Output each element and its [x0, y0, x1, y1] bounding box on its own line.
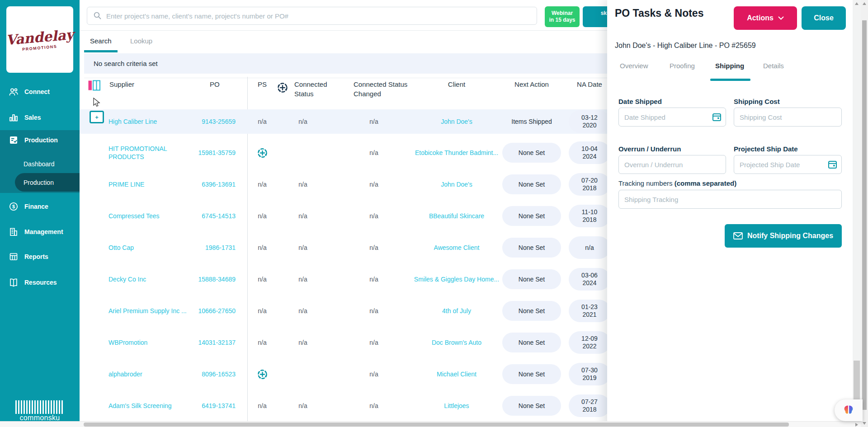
- next-action-pill[interactable]: None Set: [502, 143, 561, 163]
- tab-proofing[interactable]: Proofing: [670, 62, 695, 70]
- supplier-link[interactable]: Decky Co Inc: [108, 275, 146, 283]
- assistant-brain-button[interactable]: [835, 399, 863, 421]
- table-row[interactable]: WBPromotion 14031-32137 n/a n/a n/a Doc …: [80, 331, 607, 354]
- scroll-up-icon[interactable]: [863, 2, 866, 5]
- sidebar-item-sales[interactable]: Sales: [0, 110, 80, 125]
- actions-button[interactable]: Actions: [734, 6, 797, 30]
- client-link[interactable]: Etobicoke Thunder Badmint...: [415, 149, 498, 157]
- scroll-up-icon[interactable]: [855, 2, 859, 5]
- next-action-pill[interactable]: None Set: [502, 206, 561, 226]
- supplier-link[interactable]: PRIME LINE: [108, 180, 144, 188]
- po-link[interactable]: 6419-13741: [202, 402, 236, 410]
- connected-status-icon[interactable]: [257, 147, 268, 159]
- close-button[interactable]: Close: [802, 6, 846, 30]
- client-link[interactable]: Doc Brown's Auto: [432, 338, 481, 347]
- tab-shipping[interactable]: Shipping: [715, 62, 744, 70]
- header-ps[interactable]: PS: [249, 80, 275, 89]
- sidebar-subitem-dashboard[interactable]: Dashboard: [24, 157, 55, 171]
- sidebar-item-label: Production: [24, 136, 58, 144]
- po-link[interactable]: 8096-16523: [202, 370, 236, 378]
- supplier-link[interactable]: Ariel Premium Supply Inc ...: [108, 307, 187, 315]
- po-link[interactable]: 9143-25659: [202, 117, 236, 126]
- calendar-icon[interactable]: [828, 160, 837, 169]
- header-client[interactable]: Client: [411, 80, 502, 89]
- tracking-input[interactable]: [618, 190, 842, 209]
- table-row[interactable]: Otto Cap 1986-1731 n/a n/a n/a Awesome C…: [80, 236, 607, 259]
- supplier-link[interactable]: alphabroder: [108, 370, 142, 378]
- client-link[interactable]: BBeautiful Skincare: [429, 212, 484, 220]
- supplier-link[interactable]: High Caliber Line: [108, 117, 157, 126]
- header-po[interactable]: PO: [210, 80, 220, 89]
- po-link[interactable]: 15981-35759: [198, 149, 236, 157]
- header-connected-status-changed[interactable]: Connected Status Changed: [354, 80, 407, 99]
- client-link[interactable]: Michael Client: [437, 370, 476, 378]
- date-shipped-input[interactable]: [618, 108, 726, 127]
- notify-shipping-changes-button[interactable]: Notify Shipping Changes: [725, 224, 842, 248]
- po-link[interactable]: 15888-34689: [198, 275, 236, 283]
- table-row[interactable]: Decky Co Inc 15888-34689 n/a n/a n/a Smi…: [80, 267, 607, 291]
- page-scrollbar[interactable]: [861, 0, 868, 427]
- shipping-cost-input[interactable]: [734, 108, 842, 127]
- next-action-pill[interactable]: None Set: [502, 364, 561, 384]
- po-link[interactable]: 1986-1731: [205, 244, 236, 252]
- header-na-date[interactable]: NA Date: [569, 80, 610, 89]
- table-row[interactable]: Compressed Tees 6745-14513 n/a n/a n/a B…: [80, 204, 607, 228]
- scroll-down-icon[interactable]: [863, 422, 866, 425]
- po-link[interactable]: 10666-27650: [198, 307, 236, 315]
- row-expander-button[interactable]: +: [90, 111, 104, 123]
- tab-search[interactable]: Search: [90, 37, 112, 45]
- header-connected-status[interactable]: Connected Status: [294, 80, 327, 99]
- table-row[interactable]: + High Caliber Line 9143-25659 n/a n/a n…: [80, 109, 607, 134]
- client-link[interactable]: 4th of July: [442, 307, 471, 315]
- sidebar-subitem-production-active[interactable]: Production: [15, 173, 80, 192]
- table-row[interactable]: Adam's Silk Screening 6419-13741 n/a n/a…: [80, 394, 607, 418]
- projected-ship-date-input[interactable]: [734, 155, 842, 174]
- next-action-pill[interactable]: None Set: [502, 301, 561, 321]
- search-input[interactable]: [87, 7, 537, 25]
- horizontal-scrollbar-thumb[interactable]: [84, 422, 789, 427]
- client-link[interactable]: Smiles & Giggles Day Home...: [414, 275, 499, 283]
- supplier-link[interactable]: Compressed Tees: [108, 212, 160, 220]
- calendar-icon[interactable]: [712, 112, 722, 122]
- sidebar-item-production[interactable]: Production: [0, 132, 80, 148]
- supplier-link[interactable]: HIT PROMOTIONAL PRODUCTS: [108, 145, 188, 161]
- po-link[interactable]: 14031-32137: [198, 338, 236, 347]
- table-row[interactable]: HIT PROMOTIONAL PRODUCTS 15981-35759 n/a…: [80, 141, 607, 164]
- tab-lookup[interactable]: Lookup: [130, 37, 152, 45]
- horizontal-scrollbar[interactable]: [0, 421, 861, 427]
- po-link[interactable]: 6745-14513: [202, 212, 236, 220]
- webinar-button[interactable]: Webinar in 15 days: [545, 6, 580, 27]
- next-action-pill[interactable]: None Set: [502, 174, 561, 194]
- sidebar-item-management[interactable]: Management: [0, 224, 80, 239]
- supplier-link[interactable]: Otto Cap: [108, 244, 134, 252]
- sidebar-item-reports[interactable]: Reports: [0, 249, 80, 264]
- table-row[interactable]: alphabroder 8096-16523 n/a Michael Clien…: [80, 362, 607, 386]
- page-scrollbar-thumb[interactable]: [862, 20, 867, 410]
- po-tasks-panel: PO Tasks & Notes Actions Close John Doe'…: [607, 0, 868, 427]
- connected-status-icon[interactable]: [257, 369, 268, 380]
- next-action-pill[interactable]: None Set: [502, 238, 561, 258]
- client-link[interactable]: Littlejoes: [444, 402, 469, 410]
- next-action-pill[interactable]: None Set: [502, 333, 561, 352]
- overrun-input[interactable]: [618, 155, 726, 174]
- table-row[interactable]: PRIME LINE 6396-13691 n/a n/a n/a John D…: [80, 173, 607, 196]
- supplier-link[interactable]: Adam's Silk Screening: [108, 402, 172, 410]
- client-link[interactable]: John Doe's: [441, 117, 472, 126]
- header-next-action[interactable]: Next Action: [502, 80, 561, 89]
- header-supplier[interactable]: Supplier: [109, 80, 134, 89]
- column-settings-icon[interactable]: [88, 80, 100, 91]
- sidebar-item-resources[interactable]: Resources: [0, 275, 80, 290]
- table-row[interactable]: Ariel Premium Supply Inc ... 10666-27650…: [80, 299, 607, 323]
- next-action-pill[interactable]: None Set: [502, 396, 561, 416]
- sidebar-item-finance[interactable]: $ Finance: [0, 199, 80, 214]
- panel-scrollbar[interactable]: [853, 0, 861, 421]
- supplier-link[interactable]: WBPromotion: [108, 338, 147, 347]
- tab-overview[interactable]: Overview: [620, 62, 648, 70]
- sidebar-item-connect[interactable]: Connect: [0, 84, 80, 99]
- next-action-pill[interactable]: None Set: [502, 269, 561, 289]
- tab-details[interactable]: Details: [763, 62, 784, 70]
- client-link[interactable]: Awesome Client: [434, 244, 480, 252]
- client-link[interactable]: John Doe's: [441, 180, 472, 188]
- po-link[interactable]: 6396-13691: [202, 180, 236, 188]
- scroll-right-icon[interactable]: [855, 423, 858, 427]
